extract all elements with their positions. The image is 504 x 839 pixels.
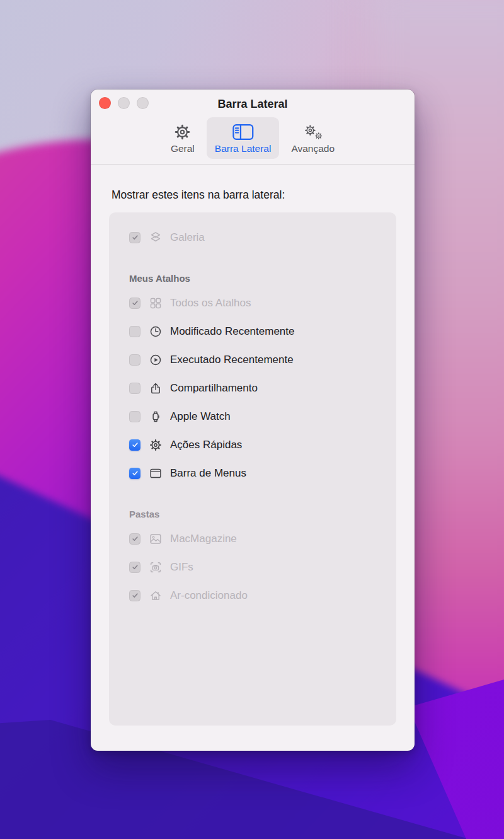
list-item-label: GIFs xyxy=(170,561,193,574)
checkbox[interactable] xyxy=(129,439,140,451)
house-icon xyxy=(149,589,163,603)
preferences-window: Barra Lateral GeralBarra LateralAvançado… xyxy=(91,90,415,751)
list-item-label: Galeria xyxy=(170,231,205,244)
list-item: Galeria xyxy=(109,223,396,252)
list-item-label: Executado Recentemente xyxy=(170,354,294,366)
checkbox[interactable] xyxy=(129,411,140,422)
list-item-label: Todos os Atalhos xyxy=(170,297,251,310)
checkbox xyxy=(129,232,140,243)
checkbox xyxy=(129,590,140,601)
grid-icon xyxy=(149,296,163,310)
checkbox[interactable] xyxy=(129,326,140,337)
watch-icon xyxy=(149,410,163,424)
photo-icon xyxy=(149,532,163,546)
menubar-icon xyxy=(149,466,163,480)
list-item: Modificado Recentemente xyxy=(109,317,396,345)
traffic-lights xyxy=(99,97,149,109)
checkbox xyxy=(129,533,140,545)
list-item-label: Barra de Menus xyxy=(170,467,246,480)
sidebar-items-panel: GaleriaMeus AtalhosTodos os AtalhosModif… xyxy=(109,212,396,726)
list-item: Ações Rápidas xyxy=(109,431,396,459)
checkbox[interactable] xyxy=(129,383,140,394)
tab-label: Barra Lateral xyxy=(215,143,272,154)
titlebar: Barra Lateral xyxy=(91,90,415,115)
list-item-label: Ar-condicionado xyxy=(170,589,248,602)
tab-label: Avançado xyxy=(291,143,335,154)
tab-barra-lateral[interactable]: Barra Lateral xyxy=(207,117,280,159)
tab-bar: GeralBarra LateralAvançado xyxy=(91,117,415,159)
sidebar-icon xyxy=(232,122,255,142)
gears-icon xyxy=(302,122,324,142)
list-item: Executado Recentemente xyxy=(109,345,396,374)
list-item: Apple Watch xyxy=(109,402,396,431)
play-circle-icon xyxy=(149,353,163,367)
gear-icon xyxy=(173,122,192,142)
layers-icon xyxy=(149,231,163,245)
tab-avancado[interactable]: Avançado xyxy=(283,117,343,159)
checkbox[interactable] xyxy=(129,354,140,366)
list-item-label: Compartilhamento xyxy=(170,382,258,395)
zoom-button xyxy=(137,97,149,109)
list-item: MacMagazine xyxy=(109,524,396,553)
camera-viewfinder-icon xyxy=(149,560,163,574)
clock-icon xyxy=(149,325,163,338)
list-item: Ar-condicionado xyxy=(109,581,396,610)
checkbox xyxy=(129,298,140,309)
checkbox xyxy=(129,562,140,573)
minimize-button xyxy=(118,97,130,109)
list-item: Todos os Atalhos xyxy=(109,289,396,317)
list-item-label: Ações Rápidas xyxy=(170,439,242,451)
list-item-label: MacMagazine xyxy=(170,533,237,545)
toolbar-divider xyxy=(91,164,415,165)
list-item: GIFs xyxy=(109,553,396,581)
list-item-label: Modificado Recentemente xyxy=(170,325,295,338)
section-header: Pastas xyxy=(109,487,396,524)
list-item-label: Apple Watch xyxy=(170,410,231,423)
content-area: Mostrar estes itens na barra lateral: Ga… xyxy=(91,188,415,726)
list-item: Compartilhamento xyxy=(109,374,396,402)
share-icon xyxy=(149,381,163,395)
checkbox[interactable] xyxy=(129,468,140,479)
close-button[interactable] xyxy=(99,97,111,109)
tab-geral[interactable]: Geral xyxy=(163,117,203,159)
list-item: Barra de Menus xyxy=(109,459,396,487)
gear-icon xyxy=(149,438,163,452)
list-prompt: Mostrar estes itens na barra lateral: xyxy=(112,188,394,202)
section-header: Meus Atalhos xyxy=(109,252,396,289)
tab-label: Geral xyxy=(171,143,195,154)
desktop: Barra Lateral GeralBarra LateralAvançado… xyxy=(0,0,504,839)
